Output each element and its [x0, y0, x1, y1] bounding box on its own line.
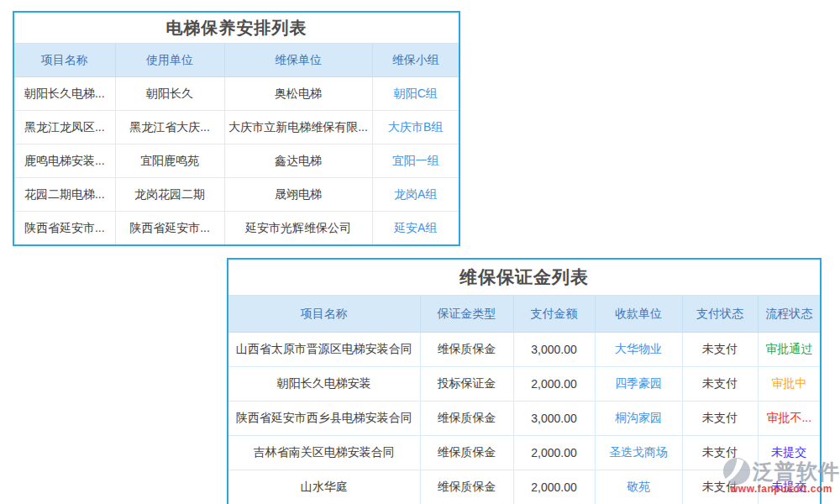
table-row: 山西省太原市晋源区电梯安装合同 维保质保金 3,000.00 大华物业 未支付 …	[228, 333, 820, 367]
col-header-flow-status: 流程状态	[758, 296, 820, 333]
payment-status-cell: 未支付	[682, 470, 758, 504]
project-name-cell: 黑龙江龙凤区...	[14, 111, 115, 144]
payment-status-cell: 未支付	[682, 436, 758, 470]
maintenance-unit-cell: 鑫达电梯	[224, 144, 372, 178]
col-header-maintenance-unit: 维保单位	[224, 44, 372, 77]
table-row: 花园二期电梯... 龙岗花园二期 晟翊电梯 龙岗A组	[14, 178, 459, 212]
payment-amount-cell: 2,000.00	[513, 470, 595, 504]
payment-status-cell: 未支付	[682, 402, 758, 436]
col-header-project-name: 项目名称	[228, 296, 420, 333]
deposit-type-cell: 投标保证金	[420, 367, 513, 402]
maintenance-schedule-panel: 电梯保养安排列表 项目名称 使用单位 维保单位 维保小组 朝阳长久电梯... 朝…	[13, 11, 460, 246]
deposit-header-row: 项目名称 保证金类型 支付金额 收款单位 支付状态 流程状态	[228, 296, 820, 333]
payee-unit-link[interactable]: 大华物业	[595, 333, 682, 367]
payment-amount-cell: 2,000.00	[513, 367, 595, 402]
maintenance-team-link[interactable]: 延安A组	[372, 212, 459, 245]
maintenance-team-link[interactable]: 宜阳一组	[372, 144, 459, 178]
flow-status-cell: 审批不...	[758, 402, 820, 436]
table-row: 山水华庭 维保质保金 2,000.00 敬苑 未支付 未提交	[228, 470, 820, 504]
maintenance-unit-cell: 晟翊电梯	[224, 178, 372, 212]
table-row: 朝阳长久电梯安装 投标保证金 2,000.00 四季豪园 未支付 审批中	[228, 367, 820, 402]
project-name-cell: 朝阳长久电梯...	[14, 77, 115, 111]
flow-status-cell: 未提交	[758, 436, 820, 470]
project-name-cell: 吉林省南关区电梯安装合同	[228, 436, 420, 470]
table-row: 黑龙江龙凤区... 黑龙江省大庆... 大庆市立新电梯维保有限... 大庆市B组	[14, 111, 459, 144]
use-unit-cell: 宜阳鹿鸣苑	[115, 144, 224, 178]
maintenance-table-title: 电梯保养安排列表	[14, 13, 459, 44]
deposit-type-cell: 维保质保金	[420, 436, 513, 470]
project-name-cell: 陕西省延安市西乡县电梯安装合同	[228, 402, 420, 436]
payment-amount-cell: 3,000.00	[513, 333, 595, 367]
use-unit-cell: 陕西省延安市...	[115, 212, 224, 245]
use-unit-cell: 龙岗花园二期	[115, 178, 224, 212]
payment-amount-cell: 2,000.00	[513, 436, 595, 470]
maintenance-schedule-table: 项目名称 使用单位 维保单位 维保小组 朝阳长久电梯... 朝阳长久 奥松电梯 …	[14, 44, 459, 244]
col-header-payment-amount: 支付金额	[513, 296, 595, 333]
payment-status-cell: 未支付	[682, 367, 758, 402]
project-name-cell: 陕西省延安市...	[14, 212, 115, 245]
table-row: 陕西省延安市西乡县电梯安装合同 维保质保金 3,000.00 桐沟家园 未支付 …	[228, 402, 820, 436]
table-row: 鹿鸣电梯安装... 宜阳鹿鸣苑 鑫达电梯 宜阳一组	[14, 144, 459, 178]
payment-amount-cell: 3,000.00	[513, 402, 595, 436]
deposit-list-table: 项目名称 保证金类型 支付金额 收款单位 支付状态 流程状态 山西省太原市晋源区…	[228, 296, 820, 504]
maintenance-unit-cell: 奥松电梯	[224, 77, 372, 111]
table-row: 吉林省南关区电梯安装合同 维保质保金 2,000.00 圣迭戈商场 未支付 未提…	[228, 436, 820, 470]
col-header-payment-status: 支付状态	[682, 296, 758, 333]
table-row: 朝阳长久电梯... 朝阳长久 奥松电梯 朝阳C组	[14, 77, 459, 111]
deposit-type-cell: 维保质保金	[420, 333, 513, 367]
flow-status-cell: 审批中	[758, 367, 820, 402]
payee-unit-link[interactable]: 圣迭戈商场	[595, 436, 682, 470]
col-header-maintenance-team: 维保小组	[372, 44, 459, 77]
project-name-cell: 鹿鸣电梯安装...	[14, 144, 115, 178]
payee-unit-link[interactable]: 敬苑	[595, 470, 682, 504]
deposit-table-title: 维保保证金列表	[228, 260, 820, 296]
project-name-cell: 山水华庭	[228, 470, 420, 504]
project-name-cell: 花园二期电梯...	[14, 178, 115, 212]
deposit-list-panel: 维保保证金列表 项目名称 保证金类型 支付金额 收款单位 支付状态 流程状态 山…	[227, 258, 822, 504]
payment-status-cell: 未支付	[682, 333, 758, 367]
deposit-type-cell: 维保质保金	[420, 402, 513, 436]
maintenance-team-link[interactable]: 龙岗A组	[372, 178, 459, 212]
col-header-deposit-type: 保证金类型	[420, 296, 513, 333]
project-name-cell: 朝阳长久电梯安装	[228, 367, 420, 402]
payee-unit-link[interactable]: 四季豪园	[595, 367, 682, 402]
maintenance-team-link[interactable]: 朝阳C组	[372, 77, 459, 111]
use-unit-cell: 黑龙江省大庆...	[115, 111, 224, 144]
maintenance-unit-cell: 延安市光辉维保公司	[224, 212, 372, 245]
maintenance-unit-cell: 大庆市立新电梯维保有限...	[224, 111, 372, 144]
col-header-use-unit: 使用单位	[115, 44, 224, 77]
flow-status-cell: 未提交	[758, 470, 820, 504]
deposit-type-cell: 维保质保金	[420, 470, 513, 504]
table-row: 陕西省延安市... 陕西省延安市... 延安市光辉维保公司 延安A组	[14, 212, 459, 245]
col-header-project-name: 项目名称	[14, 44, 115, 77]
payee-unit-link[interactable]: 桐沟家园	[595, 402, 682, 436]
flow-status-cell: 审批通过	[758, 333, 820, 367]
maintenance-header-row: 项目名称 使用单位 维保单位 维保小组	[14, 44, 459, 77]
use-unit-cell: 朝阳长久	[115, 77, 224, 111]
maintenance-team-link[interactable]: 大庆市B组	[372, 111, 459, 144]
col-header-payee-unit: 收款单位	[595, 296, 682, 333]
project-name-cell: 山西省太原市晋源区电梯安装合同	[228, 333, 420, 367]
